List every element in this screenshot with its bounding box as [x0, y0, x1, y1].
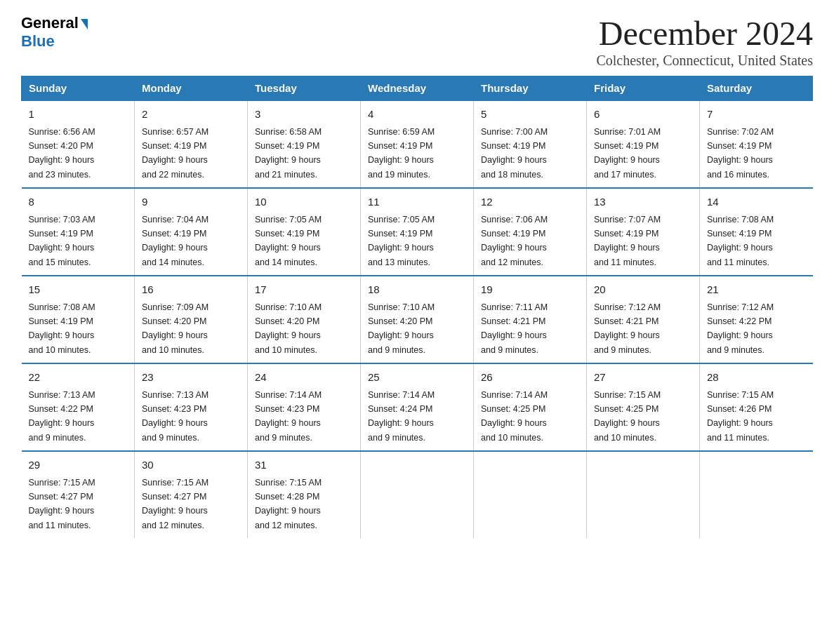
day-cell: 22Sunrise: 7:13 AMSunset: 4:22 PMDayligh… — [22, 363, 135, 451]
day-cell: 23Sunrise: 7:13 AMSunset: 4:23 PMDayligh… — [135, 363, 248, 451]
day-info: Sunrise: 7:14 AMSunset: 4:25 PMDaylight:… — [481, 390, 548, 443]
day-number: 3 — [255, 107, 353, 123]
weekday-header-monday: Monday — [135, 76, 248, 101]
day-info: Sunrise: 6:58 AMSunset: 4:19 PMDaylight:… — [255, 127, 322, 180]
day-cell: 10Sunrise: 7:05 AMSunset: 4:19 PMDayligh… — [248, 188, 361, 276]
day-number: 28 — [707, 370, 806, 386]
day-number: 9 — [142, 194, 240, 210]
day-info: Sunrise: 7:00 AMSunset: 4:19 PMDaylight:… — [481, 127, 548, 180]
day-number: 16 — [142, 282, 240, 298]
day-number: 5 — [481, 107, 579, 123]
day-info: Sunrise: 6:57 AMSunset: 4:19 PMDaylight:… — [142, 127, 208, 180]
day-number: 11 — [368, 194, 466, 210]
day-cell: 5Sunrise: 7:00 AMSunset: 4:19 PMDaylight… — [474, 100, 587, 188]
day-number: 22 — [29, 370, 128, 386]
day-number: 30 — [142, 457, 240, 474]
day-number: 14 — [707, 194, 806, 210]
day-cell: 25Sunrise: 7:14 AMSunset: 4:24 PMDayligh… — [361, 363, 474, 451]
title-block: December 2024 Colchester, Connecticut, U… — [596, 14, 813, 69]
day-info: Sunrise: 7:15 AMSunset: 4:28 PMDaylight:… — [255, 478, 322, 530]
day-info: Sunrise: 7:01 AMSunset: 4:19 PMDaylight:… — [594, 127, 661, 180]
day-cell: 30Sunrise: 7:15 AMSunset: 4:27 PMDayligh… — [135, 451, 248, 538]
day-number: 15 — [29, 282, 128, 298]
day-info: Sunrise: 7:08 AMSunset: 4:19 PMDaylight:… — [707, 215, 774, 267]
weekday-header-wednesday: Wednesday — [361, 76, 474, 101]
day-number: 31 — [255, 457, 353, 474]
day-cell: 26Sunrise: 7:14 AMSunset: 4:25 PMDayligh… — [474, 363, 587, 451]
day-number: 25 — [368, 370, 466, 386]
weekday-header-sunday: Sunday — [22, 76, 135, 101]
day-cell: 3Sunrise: 6:58 AMSunset: 4:19 PMDaylight… — [248, 100, 361, 188]
day-cell: 12Sunrise: 7:06 AMSunset: 4:19 PMDayligh… — [474, 188, 587, 276]
day-number: 6 — [594, 107, 692, 123]
week-row-5: 29Sunrise: 7:15 AMSunset: 4:27 PMDayligh… — [22, 451, 813, 538]
day-cell: 15Sunrise: 7:08 AMSunset: 4:19 PMDayligh… — [22, 276, 135, 363]
day-info: Sunrise: 7:15 AMSunset: 4:27 PMDaylight:… — [29, 478, 95, 530]
day-cell: 13Sunrise: 7:07 AMSunset: 4:19 PMDayligh… — [587, 188, 700, 276]
day-number: 20 — [594, 282, 692, 298]
logo-general-text: General — [21, 14, 79, 32]
day-info: Sunrise: 6:59 AMSunset: 4:19 PMDaylight:… — [368, 127, 435, 180]
location-subtitle: Colchester, Connecticut, United States — [596, 53, 813, 69]
day-number: 12 — [481, 194, 579, 210]
day-info: Sunrise: 7:12 AMSunset: 4:22 PMDaylight:… — [707, 302, 774, 355]
day-cell: 24Sunrise: 7:14 AMSunset: 4:23 PMDayligh… — [248, 363, 361, 451]
day-number: 17 — [255, 282, 353, 298]
day-info: Sunrise: 7:14 AMSunset: 4:23 PMDaylight:… — [255, 390, 322, 443]
day-cell — [700, 451, 813, 538]
week-row-3: 15Sunrise: 7:08 AMSunset: 4:19 PMDayligh… — [22, 276, 813, 363]
day-number: 7 — [707, 107, 806, 123]
day-cell: 7Sunrise: 7:02 AMSunset: 4:19 PMDaylight… — [700, 100, 813, 188]
day-info: Sunrise: 7:05 AMSunset: 4:19 PMDaylight:… — [368, 215, 435, 267]
day-info: Sunrise: 7:13 AMSunset: 4:23 PMDaylight:… — [142, 390, 208, 443]
day-info: Sunrise: 7:10 AMSunset: 4:20 PMDaylight:… — [368, 302, 435, 355]
day-number: 29 — [29, 457, 128, 474]
logo-triangle-icon — [81, 19, 88, 29]
day-info: Sunrise: 7:11 AMSunset: 4:21 PMDaylight:… — [481, 302, 548, 355]
day-info: Sunrise: 7:15 AMSunset: 4:25 PMDaylight:… — [594, 390, 661, 443]
day-number: 24 — [255, 370, 353, 386]
day-cell: 19Sunrise: 7:11 AMSunset: 4:21 PMDayligh… — [474, 276, 587, 363]
day-cell: 18Sunrise: 7:10 AMSunset: 4:20 PMDayligh… — [361, 276, 474, 363]
day-cell: 21Sunrise: 7:12 AMSunset: 4:22 PMDayligh… — [700, 276, 813, 363]
day-cell: 8Sunrise: 7:03 AMSunset: 4:19 PMDaylight… — [22, 188, 135, 276]
week-row-4: 22Sunrise: 7:13 AMSunset: 4:22 PMDayligh… — [22, 363, 813, 451]
day-number: 2 — [142, 107, 240, 123]
weekday-header-thursday: Thursday — [474, 76, 587, 101]
day-number: 26 — [481, 370, 579, 386]
day-cell: 28Sunrise: 7:15 AMSunset: 4:26 PMDayligh… — [700, 363, 813, 451]
day-info: Sunrise: 7:08 AMSunset: 4:19 PMDaylight:… — [29, 302, 95, 355]
day-number: 21 — [707, 282, 806, 298]
day-cell: 2Sunrise: 6:57 AMSunset: 4:19 PMDaylight… — [135, 100, 248, 188]
logo-blue-text: Blue — [21, 32, 55, 50]
day-info: Sunrise: 7:15 AMSunset: 4:27 PMDaylight:… — [142, 478, 208, 530]
calendar-table: SundayMondayTuesdayWednesdayThursdayFrid… — [21, 76, 813, 538]
day-info: Sunrise: 7:05 AMSunset: 4:19 PMDaylight:… — [255, 215, 322, 267]
day-cell: 1Sunrise: 6:56 AMSunset: 4:20 PMDaylight… — [22, 100, 135, 188]
day-cell: 29Sunrise: 7:15 AMSunset: 4:27 PMDayligh… — [22, 451, 135, 538]
weekday-header-friday: Friday — [587, 76, 700, 101]
weekday-header-tuesday: Tuesday — [248, 76, 361, 101]
day-number: 10 — [255, 194, 353, 210]
day-cell — [474, 451, 587, 538]
day-info: Sunrise: 6:56 AMSunset: 4:20 PMDaylight:… — [29, 127, 95, 180]
day-cell: 4Sunrise: 6:59 AMSunset: 4:19 PMDaylight… — [361, 100, 474, 188]
day-number: 1 — [29, 107, 128, 123]
day-info: Sunrise: 7:15 AMSunset: 4:26 PMDaylight:… — [707, 390, 774, 443]
day-cell: 16Sunrise: 7:09 AMSunset: 4:20 PMDayligh… — [135, 276, 248, 363]
day-cell: 27Sunrise: 7:15 AMSunset: 4:25 PMDayligh… — [587, 363, 700, 451]
day-info: Sunrise: 7:07 AMSunset: 4:19 PMDaylight:… — [594, 215, 661, 267]
day-number: 23 — [142, 370, 240, 386]
day-info: Sunrise: 7:10 AMSunset: 4:20 PMDaylight:… — [255, 302, 322, 355]
day-cell: 31Sunrise: 7:15 AMSunset: 4:28 PMDayligh… — [248, 451, 361, 538]
day-info: Sunrise: 7:09 AMSunset: 4:20 PMDaylight:… — [142, 302, 208, 355]
day-info: Sunrise: 7:14 AMSunset: 4:24 PMDaylight:… — [368, 390, 435, 443]
day-info: Sunrise: 7:12 AMSunset: 4:21 PMDaylight:… — [594, 302, 661, 355]
day-cell: 9Sunrise: 7:04 AMSunset: 4:19 PMDaylight… — [135, 188, 248, 276]
logo: General Blue — [21, 14, 88, 51]
day-cell — [361, 451, 474, 538]
weekday-header-row: SundayMondayTuesdayWednesdayThursdayFrid… — [22, 76, 813, 101]
day-number: 13 — [594, 194, 692, 210]
day-number: 18 — [368, 282, 466, 298]
day-info: Sunrise: 7:06 AMSunset: 4:19 PMDaylight:… — [481, 215, 548, 267]
